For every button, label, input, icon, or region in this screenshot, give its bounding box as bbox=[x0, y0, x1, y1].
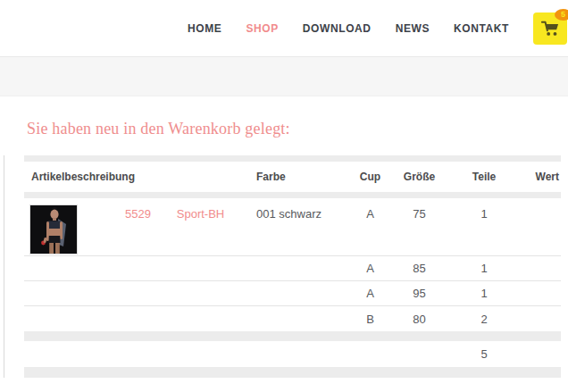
pieces-value: 1 bbox=[439, 287, 529, 300]
value-cell bbox=[529, 198, 561, 207]
column-header-color: Farbe bbox=[238, 171, 341, 183]
cart-button[interactable]: 5 bbox=[533, 13, 567, 45]
page-title: Sie haben neu in den Warenkorb gelegt: bbox=[27, 120, 290, 138]
top-navigation: HOME SHOP DOWNLOAD NEWS KONTAKT 5 bbox=[0, 0, 568, 56]
table-spacer-row bbox=[24, 155, 561, 162]
cart-table: Artikelbeschreibung Farbe Cup Größe Teil… bbox=[4, 155, 561, 378]
nav-item-news[interactable]: NEWS bbox=[396, 22, 430, 35]
table-row-product: 5529 Sport-BH 001 schwarz A 75 1 bbox=[24, 198, 561, 256]
pieces-value: 1 bbox=[439, 262, 529, 275]
header-divider-band bbox=[0, 56, 568, 96]
article-number-link[interactable]: 5529 bbox=[113, 198, 163, 221]
nav-item-shop[interactable]: SHOP bbox=[246, 22, 278, 35]
nav-menu: HOME SHOP DOWNLOAD NEWS KONTAKT 5 bbox=[188, 0, 567, 56]
nav-item-kontakt[interactable]: KONTAKT bbox=[454, 22, 509, 35]
table-spacer-row bbox=[24, 192, 561, 198]
column-header-article: Artikelbeschreibung bbox=[24, 171, 238, 183]
nav-item-home[interactable]: HOME bbox=[188, 22, 221, 35]
table-header-row: Artikelbeschreibung Farbe Cup Größe Teil… bbox=[24, 162, 561, 192]
cup-value: A bbox=[341, 287, 399, 300]
shopping-cart-icon bbox=[540, 20, 560, 38]
product-photo[interactable] bbox=[29, 204, 78, 254]
size-value: 85 bbox=[399, 262, 439, 275]
table-spacer-row bbox=[24, 367, 561, 378]
table-row-size: B 80 2 bbox=[24, 306, 561, 331]
nav-item-download[interactable]: DOWNLOAD bbox=[303, 22, 372, 35]
column-header-cup: Cup bbox=[341, 171, 399, 183]
product-color-value: 001 schwarz bbox=[238, 198, 341, 221]
table-row-size: A 85 1 bbox=[24, 256, 561, 281]
cart-count-badge: 5 bbox=[555, 9, 568, 21]
table-row-total: 5 bbox=[24, 341, 561, 367]
table-spacer-row bbox=[24, 331, 561, 341]
column-header-size: Größe bbox=[399, 171, 439, 183]
product-image-cell bbox=[24, 198, 113, 254]
column-header-value: Wert bbox=[529, 171, 561, 183]
cart-confirmation-page: HOME SHOP DOWNLOAD NEWS KONTAKT 5 Sie ha… bbox=[0, 0, 568, 392]
cup-value: B bbox=[341, 313, 399, 326]
product-name-link[interactable]: Sport-BH bbox=[163, 198, 238, 221]
pieces-value: 2 bbox=[439, 313, 529, 326]
cup-value: A bbox=[341, 198, 399, 221]
table-row-size: A 95 1 bbox=[24, 281, 561, 306]
total-pieces-value: 5 bbox=[439, 347, 529, 361]
size-value: 95 bbox=[399, 287, 439, 300]
size-value: 75 bbox=[399, 198, 439, 221]
pieces-value: 1 bbox=[439, 198, 529, 221]
cup-value: A bbox=[341, 262, 399, 275]
column-header-pieces: Teile bbox=[439, 171, 529, 183]
size-value: 80 bbox=[399, 313, 439, 326]
